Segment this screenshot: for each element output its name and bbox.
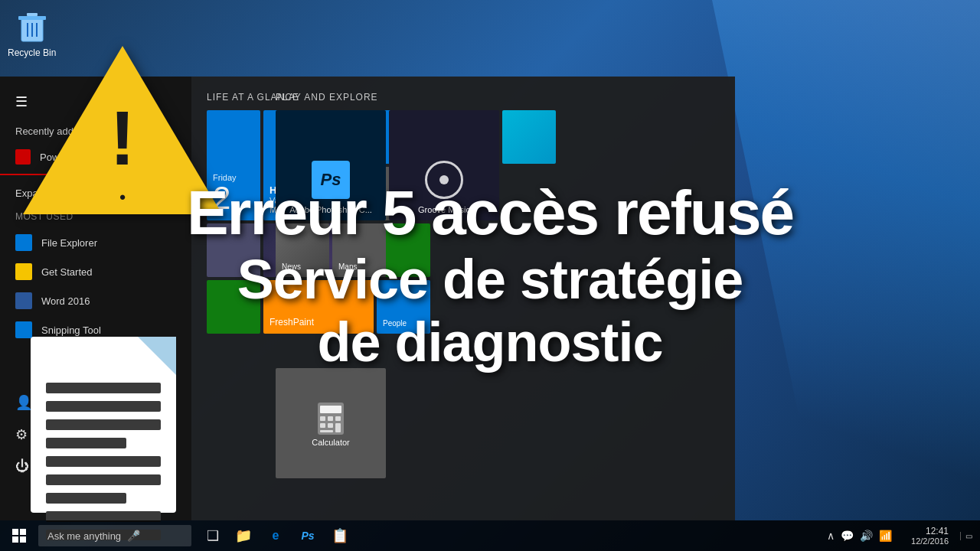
snipping-tool-label: Snipping Tool xyxy=(41,324,101,336)
doc-line-6 xyxy=(46,474,161,485)
skype-tile[interactable] xyxy=(207,280,260,334)
calculator-icon xyxy=(312,399,350,438)
doc-corner-fold xyxy=(138,337,176,375)
groove-label: Groove Music xyxy=(418,205,470,214)
taskbar-search-box[interactable]: Ask me anything 🎤 xyxy=(38,525,191,546)
show-desktop-button[interactable]: ▭ xyxy=(960,532,972,540)
small-tile-1[interactable] xyxy=(207,223,260,277)
warning-dot: • xyxy=(119,187,126,207)
win-logo-tl xyxy=(12,529,18,535)
clock-date: 12/2/2016 xyxy=(911,536,949,546)
folder-icon: 📁 xyxy=(235,527,252,544)
start-button[interactable] xyxy=(0,520,38,551)
extra-icon: 📋 xyxy=(332,527,348,544)
task-view-button[interactable]: ❑ xyxy=(198,520,228,551)
maps-label: Maps xyxy=(338,262,380,271)
svg-rect-10 xyxy=(335,416,341,421)
svg-rect-1 xyxy=(18,16,46,20)
doc-line-7 xyxy=(46,493,126,504)
svg-rect-7 xyxy=(320,406,341,413)
play-tiles-row-1: Ps Adobe Photoshop C... Groove Music xyxy=(276,110,556,220)
doc-line-1 xyxy=(46,383,161,393)
play-and-explore-section: Play and explore Ps Adobe Photoshop C... xyxy=(276,92,556,280)
win-logo-bl xyxy=(12,536,18,543)
partial-tile[interactable] xyxy=(502,110,556,164)
warning-triangle-container: ! • xyxy=(23,46,222,222)
edge-taskbar-icon: e xyxy=(273,529,279,543)
svg-rect-2 xyxy=(27,13,38,16)
play-tiles-row-2: News Maps xyxy=(276,223,556,277)
file-explorer-taskbar[interactable]: 📁 xyxy=(228,520,259,551)
ps-text: Ps xyxy=(321,170,341,190)
app-file-explorer[interactable]: File Explorer xyxy=(0,228,191,257)
network-icon[interactable]: 📶 xyxy=(879,530,892,542)
file-explorer-icon xyxy=(15,234,32,251)
search-placeholder-text: Ask me anything xyxy=(47,530,121,542)
photoshop-taskbar[interactable]: Ps xyxy=(292,520,323,551)
photoshop-tile[interactable]: Ps Adobe Photoshop C... xyxy=(276,110,386,220)
people-tile[interactable]: People xyxy=(377,280,430,334)
taskbar-pinned-icons: 📁 e Ps 📋 xyxy=(228,520,355,551)
calculator-tile[interactable]: Calculator xyxy=(276,368,386,478)
taskbar: Ask me anything 🎤 ❑ 📁 e Ps 📋 ∧ xyxy=(0,520,980,551)
photoshop-label: Adobe Photoshop C... xyxy=(289,205,372,214)
groove-inner xyxy=(439,175,449,184)
calculator-label: Calculator xyxy=(312,438,350,447)
doc-line-5 xyxy=(46,456,161,467)
system-clock[interactable]: 12:41 12/2/2016 xyxy=(911,526,949,546)
svg-rect-11 xyxy=(320,423,325,428)
doc-line-3 xyxy=(46,419,161,430)
tray-chevron[interactable]: ∧ xyxy=(827,530,835,542)
play-and-explore-title: Play and explore xyxy=(276,92,556,103)
user-icon: 👤 xyxy=(15,394,32,411)
svg-rect-12 xyxy=(328,423,333,428)
svg-rect-13 xyxy=(335,423,341,432)
get-started-icon xyxy=(15,263,32,280)
app-get-started[interactable]: Get Started xyxy=(0,257,191,286)
calc-tile-container: Calculator xyxy=(276,368,386,478)
word-icon xyxy=(15,292,32,309)
file-explorer-label: File Explorer xyxy=(41,237,97,249)
extra-icon-taskbar[interactable]: 📋 xyxy=(325,520,355,551)
doc-line-4 xyxy=(46,438,126,448)
get-started-label: Get Started xyxy=(41,266,92,278)
people-label: People xyxy=(383,319,424,328)
volume-icon[interactable]: 🔊 xyxy=(860,530,873,542)
desktop: Recycle Bin ! • ☰ xyxy=(0,0,980,551)
clock-time: 12:41 xyxy=(911,526,949,536)
start-menu-tiles: Life at a glance Friday 2 1 Hari Pulapak… xyxy=(191,77,735,520)
ps-taskbar-icon: Ps xyxy=(301,530,314,542)
tiles-row-3: FreshPaint People xyxy=(207,280,720,334)
snipping-tool-icon xyxy=(15,321,32,338)
document-icon[interactable] xyxy=(31,337,184,520)
news-label: News xyxy=(282,262,323,271)
news-tile[interactable]: News xyxy=(276,223,329,277)
win-logo-tr xyxy=(20,529,26,535)
task-view-icon: ❑ xyxy=(207,527,219,544)
freshpaint-label: FreshPaint xyxy=(270,317,368,328)
svg-rect-8 xyxy=(320,416,325,421)
power-icon: ⏻ xyxy=(15,458,29,474)
groove-music-tile[interactable]: Groove Music xyxy=(389,110,499,220)
settings-icon: ⚙ xyxy=(15,426,28,443)
freshpaint-tile[interactable]: FreshPaint xyxy=(263,280,374,334)
photoshop-ps-icon: Ps xyxy=(312,161,350,199)
edge-taskbar[interactable]: e xyxy=(260,520,291,551)
groove-circle-icon xyxy=(425,161,463,199)
svg-rect-14 xyxy=(320,430,333,432)
win-logo-br xyxy=(20,536,26,543)
taskbar-right-area: ∧ 💬 🔊 📶 12:41 12/2/2016 ▭ xyxy=(819,526,980,546)
warning-exclamation: ! xyxy=(109,99,135,176)
svg-rect-9 xyxy=(328,416,333,421)
windows-logo xyxy=(12,529,26,543)
doc-paper xyxy=(31,337,176,513)
maps-tile[interactable]: Maps xyxy=(332,223,386,277)
system-tray: ∧ 💬 🔊 📶 xyxy=(819,530,900,542)
microphone-icon[interactable]: 🎤 xyxy=(127,530,140,542)
word-label: Word 2016 xyxy=(41,295,90,307)
app-word-2016[interactable]: Word 2016 xyxy=(0,286,191,315)
doc-line-2 xyxy=(46,401,161,412)
notification-icon[interactable]: 💬 xyxy=(841,530,854,542)
